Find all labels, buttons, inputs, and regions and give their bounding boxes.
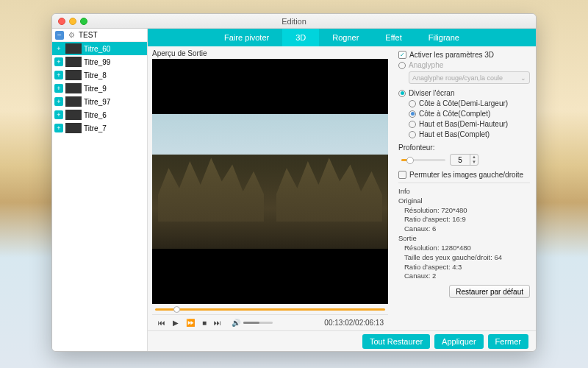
collapse-icon[interactable]: − bbox=[55, 31, 64, 40]
preview-pane: Aperçu de Sortie ⏮ ▶ ⏩ ■ bbox=[148, 46, 392, 330]
sidebar-item-label: Titre_97 bbox=[84, 98, 110, 106]
thumbnail-icon bbox=[65, 110, 82, 120]
plus-icon[interactable]: + bbox=[54, 44, 63, 53]
tab-3d[interactable]: 3D bbox=[282, 29, 319, 46]
thumbnail-icon bbox=[65, 83, 82, 93]
sidebar-item-titre-8[interactable]: + Titre_8 bbox=[52, 68, 147, 82]
sidebar: − ⚙ TEST + Titre_60 + Titre_99 + bbox=[52, 29, 148, 351]
enable-3d-label: Activer les paramètres 3D bbox=[409, 51, 494, 59]
split-screen-label: Diviser l'écran bbox=[409, 89, 454, 97]
prev-icon[interactable]: ⏮ bbox=[157, 319, 167, 327]
next-icon[interactable]: ⏭ bbox=[212, 319, 223, 327]
tab-effect[interactable]: Effet bbox=[372, 29, 415, 46]
minimize-window-icon[interactable] bbox=[69, 18, 76, 25]
depth-stepper[interactable]: ▲ ▼ bbox=[450, 154, 478, 166]
sidebar-item-label: Titre_7 bbox=[84, 124, 107, 132]
original-aspect: Ratio d'aspect: 16:9 bbox=[398, 215, 530, 224]
anaglyph-dropdown[interactable]: Anaglyphe rouge/cyan,la coule ⌄ bbox=[409, 71, 530, 84]
video-right-eye bbox=[270, 114, 389, 249]
split-screen-radio[interactable] bbox=[398, 90, 406, 97]
stop-icon[interactable]: ■ bbox=[201, 319, 208, 327]
sidebar-item-titre-97[interactable]: + Titre_97 bbox=[52, 95, 147, 108]
sbs-full-radio[interactable] bbox=[409, 110, 416, 118]
output-header: Sortie bbox=[398, 234, 530, 244]
titlebar: Edition bbox=[52, 14, 536, 29]
original-resolution: Résolution: 720*480 bbox=[398, 206, 530, 216]
sidebar-item-label: Titre_99 bbox=[84, 58, 110, 66]
thumbnail-icon bbox=[65, 96, 82, 107]
plus-icon[interactable]: + bbox=[54, 57, 63, 66]
playback-controls: ⏮ ▶ ⏩ ■ ⏭ 🔊 00:13:02/02:06:13 bbox=[152, 314, 388, 330]
anaglyph-dropdown-value: Anaglyphe rouge/cyan,la coule bbox=[412, 74, 503, 82]
sidebar-item-label: Titre_8 bbox=[84, 71, 107, 79]
window-controls bbox=[58, 18, 87, 25]
sidebar-item-label: Titre_60 bbox=[84, 45, 110, 53]
window-title: Edition bbox=[282, 17, 306, 26]
output-aspect: Ratio d'aspect: 4:3 bbox=[398, 263, 530, 272]
plus-icon[interactable]: + bbox=[54, 71, 63, 79]
fastfwd-icon[interactable]: ⏩ bbox=[184, 319, 196, 327]
plus-icon[interactable]: + bbox=[54, 97, 63, 106]
anaglyph-label: Anaglyphe bbox=[409, 61, 443, 69]
chevron-down-icon: ⌄ bbox=[520, 74, 526, 82]
apply-button[interactable]: Appliquer bbox=[434, 334, 483, 349]
tb-half-label: Haut et Bas(Demi-Hauteur) bbox=[419, 120, 508, 128]
plus-icon[interactable]: + bbox=[54, 84, 63, 93]
tb-half-radio[interactable] bbox=[409, 121, 416, 128]
info-header: Info bbox=[398, 187, 530, 197]
tb-full-label: Haut et Bas(Complet) bbox=[419, 130, 490, 138]
sidebar-item-titre-9[interactable]: + Titre_9 bbox=[52, 82, 147, 95]
sidebar-item-titre-60[interactable]: + Titre_60 bbox=[52, 42, 147, 55]
footer: Tout Restaurer Appliquer Fermer bbox=[148, 330, 536, 351]
sidebar-item-titre-7[interactable]: + Titre_7 bbox=[52, 121, 147, 135]
depth-label: Profonteur: bbox=[398, 144, 530, 152]
sbs-half-label: Côte à Côte(Demi-Largeur) bbox=[419, 99, 508, 107]
restore-default-button[interactable]: Restaurer par défaut bbox=[449, 285, 530, 298]
plus-icon[interactable]: + bbox=[54, 124, 63, 132]
stepper-up-icon[interactable]: ▲ bbox=[470, 155, 478, 160]
close-window-icon[interactable] bbox=[58, 18, 65, 25]
tab-watermark[interactable]: Filigrane bbox=[415, 29, 473, 46]
thumbnail-icon bbox=[65, 57, 82, 67]
sidebar-list: + Titre_60 + Titre_99 + Titre_8 + bbox=[52, 42, 147, 351]
restore-all-button[interactable]: Tout Restaurer bbox=[362, 334, 430, 349]
tb-full-radio[interactable] bbox=[409, 131, 416, 138]
sidebar-item-label: Titre_6 bbox=[84, 111, 107, 119]
sbs-half-radio[interactable] bbox=[409, 100, 416, 107]
zoom-window-icon[interactable] bbox=[80, 18, 87, 25]
enable-3d-checkbox[interactable]: ✓ bbox=[398, 51, 406, 59]
close-button[interactable]: Fermer bbox=[488, 334, 528, 349]
tab-rotate[interactable]: Faire pivoter bbox=[211, 29, 282, 46]
stepper-down-icon[interactable]: ▼ bbox=[470, 160, 478, 165]
video-left-eye bbox=[152, 114, 270, 249]
play-icon[interactable]: ▶ bbox=[171, 319, 180, 327]
sidebar-item-label: Titre_9 bbox=[84, 85, 107, 93]
preview-label: Aperçu de Sortie bbox=[152, 49, 388, 57]
thumbnail-icon bbox=[65, 70, 82, 80]
sidebar-item-titre-6[interactable]: + Titre_6 bbox=[52, 108, 147, 121]
depth-slider[interactable] bbox=[401, 159, 445, 161]
output-resolution: Résolution: 1280*480 bbox=[398, 244, 530, 253]
volume-icon[interactable]: 🔊 bbox=[232, 319, 240, 327]
video-preview bbox=[152, 59, 388, 304]
settings-pane: ✓ Activer les paramètres 3D Anaglyphe An… bbox=[392, 46, 536, 330]
tab-crop[interactable]: Rogner bbox=[319, 29, 372, 46]
plus-icon[interactable]: + bbox=[54, 110, 63, 119]
playhead-slider[interactable] bbox=[152, 304, 388, 314]
depth-input[interactable] bbox=[451, 156, 470, 164]
sidebar-header: − ⚙ TEST bbox=[52, 29, 147, 42]
swap-lr-label: Permuter les images gauche/droite bbox=[409, 171, 523, 179]
swap-lr-checkbox[interactable] bbox=[398, 171, 406, 179]
time-display: 00:13:02/02:06:13 bbox=[324, 319, 384, 327]
anaglyph-radio[interactable] bbox=[398, 62, 406, 69]
edition-window: Edition − ⚙ TEST + Titre_60 + Titre_99 bbox=[51, 13, 537, 352]
tab-bar: Faire pivoter 3D Rogner Effet Filigrane bbox=[148, 29, 536, 46]
thumbnail-icon bbox=[65, 123, 82, 133]
output-eye-size: Taille des yeux gauche/droit: 64 bbox=[398, 253, 530, 263]
sidebar-header-label: TEST bbox=[79, 31, 98, 39]
gear-icon[interactable]: ⚙ bbox=[67, 31, 76, 40]
original-channels: Canaux: 6 bbox=[398, 224, 530, 234]
volume-slider[interactable] bbox=[243, 322, 273, 324]
sidebar-item-titre-99[interactable]: + Titre_99 bbox=[52, 55, 147, 68]
original-header: Original bbox=[398, 197, 530, 206]
